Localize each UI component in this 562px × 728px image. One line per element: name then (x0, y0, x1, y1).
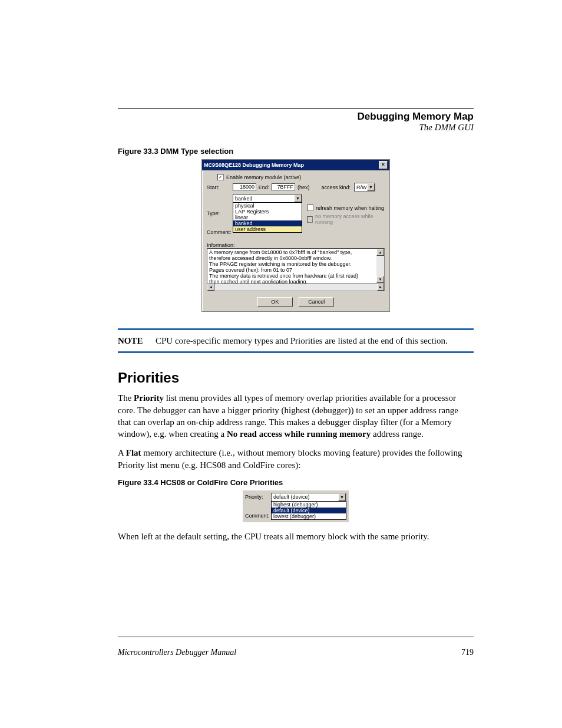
vertical-scrollbar[interactable]: ▲ ▼ (376, 249, 384, 283)
scroll-right-icon[interactable]: ► (377, 284, 384, 291)
top-rule (118, 108, 474, 109)
enable-label: Enable memory module (active) (226, 174, 301, 180)
dialog-title: MC9S08QE128 Debugging Memory Map (204, 162, 304, 168)
figure-33-4-caption: Figure 33.4 HCS08 or ColdFire Core Prior… (118, 478, 474, 487)
type-dropdown[interactable]: banked ▼ (233, 194, 302, 203)
end-label: End: (256, 185, 272, 190)
priority-dropdown-list[interactable]: highest (debugger) default (device) lowe… (271, 501, 346, 520)
info-textarea[interactable]: A memory range from 0x18000 to 0x7bfff i… (207, 248, 385, 284)
start-label: Start: (207, 185, 233, 190)
scroll-up-icon[interactable]: ▲ (376, 249, 384, 256)
priorities-heading: Priorities (118, 370, 474, 386)
type-option[interactable]: physical (233, 203, 302, 209)
type-option[interactable]: LAP Registers (233, 209, 302, 215)
hex-label: (hex) (297, 185, 310, 190)
dmm-dialog: MC9S08QE128 Debugging Memory Map × ✓ Ena… (201, 159, 390, 312)
noaccess-checkbox[interactable] (307, 216, 313, 223)
priority-option[interactable]: default (device) (272, 508, 346, 513)
priority-value: default (device) (273, 494, 310, 500)
info-line: A memory range from 0x18000 to 0x7bfff i… (209, 249, 382, 255)
scroll-down-icon[interactable]: ▼ (376, 276, 384, 283)
priority-label-2: Priority: (245, 494, 271, 500)
close-icon[interactable]: × (379, 161, 388, 169)
access-value: R/W (356, 185, 367, 190)
priority-option[interactable]: lowest (debugger) (272, 513, 346, 519)
note-block: NOTE CPU core-specific memory types and … (118, 328, 474, 353)
info-line: The PPAGE register switching is monitore… (209, 261, 382, 267)
note-label: NOTE (118, 335, 156, 347)
type-label: Type: (207, 210, 233, 216)
cancel-button[interactable]: Cancel (299, 297, 334, 307)
after-figure-para: When left at the default setting, the CP… (118, 531, 474, 542)
figure-33-3-caption: Figure 33.3 DMM Type selection (118, 147, 474, 156)
enable-checkbox[interactable]: ✓ (217, 174, 224, 180)
info-line: Pages covered (hex): from 01 to 07 (209, 267, 382, 273)
priority-label: Priority: (207, 223, 233, 229)
ok-button[interactable]: OK (257, 297, 293, 307)
info-label: Information: (207, 242, 385, 248)
info-line: The memory data is retrieved once from h… (209, 273, 382, 279)
footer-page: 719 (461, 648, 474, 657)
priority-option[interactable]: highest (debugger) (272, 502, 346, 508)
priority-dialog: Priority: default (device) ▼ Comment: hi… (243, 490, 349, 522)
refresh-checkbox[interactable] (307, 205, 313, 211)
scroll-left-icon[interactable]: ◄ (207, 284, 214, 291)
header-subtitle: The DMM GUI (358, 123, 474, 133)
header-title: Debugging Memory Map (358, 111, 474, 123)
priorities-p2: A Flat memory architecture (i.e., withou… (118, 447, 474, 471)
type-option[interactable]: linear (233, 215, 302, 220)
refresh-label: refresh memory when halting (316, 205, 384, 211)
end-input[interactable]: 7BFFF (272, 183, 295, 191)
chevron-down-icon[interactable]: ▼ (338, 493, 346, 501)
info-line: therefore accessed directly in 0x8000-0x… (209, 255, 382, 261)
note-text: CPU core-specific memory types and Prior… (156, 335, 448, 347)
dialog-titlebar[interactable]: MC9S08QE128 Debugging Memory Map × (202, 160, 389, 170)
access-label: access kind: (322, 185, 351, 190)
comment-label: Comment: (207, 229, 233, 235)
comment-label-2: Comment: (245, 513, 271, 520)
chevron-down-icon[interactable]: ▼ (367, 183, 375, 191)
priority-dropdown[interactable]: default (device) ▼ (271, 493, 346, 502)
start-input[interactable]: 18000 (233, 183, 256, 191)
priorities-p1: The Priority list menu provides all type… (118, 392, 474, 440)
footer-manual: Microcontrollers Debugger Manual (118, 648, 236, 657)
chevron-down-icon[interactable]: ▼ (294, 195, 302, 202)
page-header: Debugging Memory Map The DMM GUI (358, 111, 474, 133)
type-selected: banked (235, 196, 253, 202)
access-kind-dropdown[interactable]: R/W ▼ (354, 183, 375, 192)
page-footer: Microcontrollers Debugger Manual 719 (118, 648, 474, 657)
footer-rule (118, 637, 474, 637)
horizontal-scrollbar[interactable]: ◄ ► (207, 284, 385, 291)
